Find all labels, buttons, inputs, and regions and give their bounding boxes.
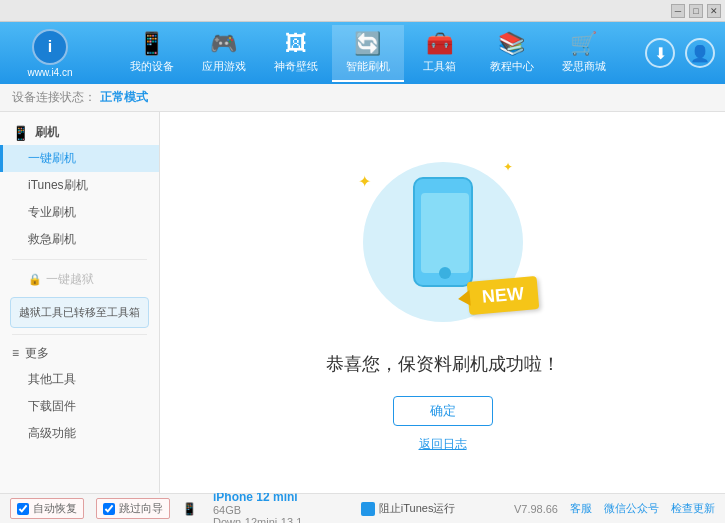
content-area: ✦ ✦ NEW 恭喜您，保资料刷机成功啦！ 确定 返回日志 [160,112,725,493]
user-button[interactable]: 👤 [685,38,715,68]
smart-flash-label: 智能刷机 [346,59,390,74]
one-click-flash-label: 一键刷机 [28,151,76,165]
bottom-bar: 自动恢复 跳过向导 📱 iPhone 12 mini 64GB Down-12m… [0,493,725,523]
my-device-label: 我的设备 [130,59,174,74]
auto-restore-label: 自动恢复 [33,501,77,516]
nav-items: 📱 我的设备 🎮 应用游戏 🖼 神奇壁纸 🔄 智能刷机 🧰 工具箱 📚 教程中心… [100,25,635,82]
minimize-button[interactable]: ─ [671,4,685,18]
skip-wizard-label: 跳过向导 [119,501,163,516]
status-bar: 设备连接状态： 正常模式 [0,84,725,112]
jailbreak-label: 一键越狱 [46,271,94,288]
stop-itunes-icon [361,502,375,516]
download-firmware-label: 下载固件 [28,399,76,413]
new-badge: NEW [466,276,539,315]
device-version: Down-12mini-13,1 [213,516,302,524]
nav-tools[interactable]: 🧰 工具箱 [404,25,476,82]
wechat-link[interactable]: 微信公众号 [604,501,659,516]
sidebar-item-recovery-flash[interactable]: 救急刷机 [0,226,159,253]
stop-itunes[interactable]: 阻止iTunes运行 [361,501,456,516]
jailbreak-notice: 越狱工具已转移至工具箱 [10,297,149,328]
advanced-label: 高级功能 [28,426,76,440]
sidebar-divider-2 [12,334,147,335]
more-section-label: 更多 [25,345,49,362]
sidebar-divider-1 [12,259,147,260]
wallpaper-label: 神奇壁纸 [274,59,318,74]
skip-wizard-input[interactable] [103,503,115,515]
close-button[interactable]: ✕ [707,4,721,18]
itunes-flash-label: iTunes刷机 [28,178,88,192]
success-illustration: ✦ ✦ NEW [353,152,533,332]
my-device-icon: 📱 [138,31,165,57]
nav-right-buttons: ⬇ 👤 [645,38,715,68]
bottom-left: 自动恢复 跳过向导 📱 iPhone 12 mini 64GB Down-12m… [10,490,302,524]
device-details: iPhone 12 mini 64GB Down-12mini-13,1 [213,490,302,524]
sparkle-2: ✦ [503,160,513,174]
nav-tutorials[interactable]: 📚 教程中心 [476,25,548,82]
sidebar-item-advanced[interactable]: 高级功能 [0,420,159,447]
auto-restore-checkbox[interactable]: 自动恢复 [10,498,84,519]
sidebar-item-other-tools[interactable]: 其他工具 [0,366,159,393]
phone-screen [421,193,469,273]
other-tools-label: 其他工具 [28,372,76,386]
nav-my-device[interactable]: 📱 我的设备 [116,25,188,82]
mall-icon: 🛒 [570,31,597,57]
phone-button [439,267,451,279]
device-storage: 64GB [213,504,302,516]
status-label: 设备连接状态： [12,89,96,106]
more-section-icon: ≡ [12,346,19,360]
tools-label: 工具箱 [423,59,456,74]
more-section-title: ≡ 更多 [0,341,159,366]
status-value: 正常模式 [100,89,148,106]
flash-section-label: 刷机 [35,124,59,141]
phone-body [413,177,473,287]
logo: i www.i4.cn [10,29,90,78]
maximize-button[interactable]: □ [689,4,703,18]
back-link[interactable]: 返回日志 [419,436,467,453]
lock-icon: 🔒 [28,273,42,286]
confirm-button[interactable]: 确定 [393,396,493,426]
wallpaper-icon: 🖼 [285,31,307,57]
smart-flash-icon: 🔄 [354,31,381,57]
nav-smart-flash[interactable]: 🔄 智能刷机 [332,25,404,82]
nav-mall[interactable]: 🛒 爱思商城 [548,25,620,82]
nav-bar: i www.i4.cn 📱 我的设备 🎮 应用游戏 🖼 神奇壁纸 🔄 智能刷机 … [0,22,725,84]
logo-symbol: i [48,38,52,56]
bottom-right: V7.98.66 客服 微信公众号 检查更新 [514,501,715,516]
window-controls[interactable]: ─ □ ✕ [671,4,721,18]
sparkle-1: ✦ [358,172,371,191]
main-layout: 📱 刷机 一键刷机 iTunes刷机 专业刷机 救急刷机 🔒 一键越狱 越狱工具… [0,112,725,493]
customer-service-link[interactable]: 客服 [570,501,592,516]
sidebar-item-pro-flash[interactable]: 专业刷机 [0,199,159,226]
check-update-link[interactable]: 检查更新 [671,501,715,516]
apps-games-label: 应用游戏 [202,59,246,74]
flash-section-title: 📱 刷机 [0,120,159,145]
recovery-flash-label: 救急刷机 [28,232,76,246]
version-info: V7.98.66 [514,503,558,515]
phone-img [408,167,478,297]
nav-apps-games[interactable]: 🎮 应用游戏 [188,25,260,82]
bottom-center: 阻止iTunes运行 [361,501,456,516]
logo-url: www.i4.cn [27,67,72,78]
stop-itunes-label: 阻止iTunes运行 [379,501,456,516]
success-title: 恭喜您，保资料刷机成功啦！ [326,352,560,376]
auto-restore-input[interactable] [17,503,29,515]
tutorials-label: 教程中心 [490,59,534,74]
tools-icon: 🧰 [426,31,453,57]
download-button[interactable]: ⬇ [645,38,675,68]
flash-section-icon: 📱 [12,125,29,141]
sidebar-item-itunes-flash[interactable]: iTunes刷机 [0,172,159,199]
jailbreak-section: 🔒 一键越狱 [0,266,159,293]
pro-flash-label: 专业刷机 [28,205,76,219]
apps-games-icon: 🎮 [210,31,237,57]
mall-label: 爱思商城 [562,59,606,74]
sidebar: 📱 刷机 一键刷机 iTunes刷机 专业刷机 救急刷机 🔒 一键越狱 越狱工具… [0,112,160,493]
skip-wizard-checkbox[interactable]: 跳过向导 [96,498,170,519]
nav-wallpaper[interactable]: 🖼 神奇壁纸 [260,25,332,82]
jailbreak-notice-text: 越狱工具已转移至工具箱 [19,306,140,318]
sidebar-item-download-firmware[interactable]: 下载固件 [0,393,159,420]
tutorials-icon: 📚 [498,31,525,57]
device-info: 📱 [182,502,201,516]
title-bar: ─ □ ✕ [0,0,725,22]
sidebar-item-one-click-flash[interactable]: 一键刷机 [0,145,159,172]
logo-circle: i [32,29,68,65]
